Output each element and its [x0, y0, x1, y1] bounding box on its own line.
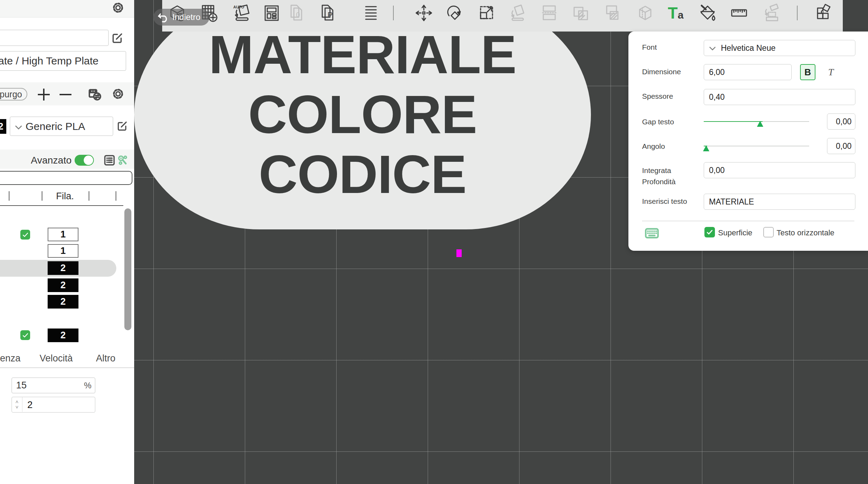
keyboard-icon[interactable]	[645, 228, 659, 240]
font-dropdown[interactable]: Helvetica Neue	[704, 40, 855, 56]
text-gap-value[interactable]: 0,00	[827, 113, 855, 130]
remove-filament-button[interactable]	[60, 89, 71, 101]
table-row[interactable]: 2	[48, 295, 78, 309]
percent-suffix: %	[84, 381, 95, 390]
move-icon[interactable]	[414, 3, 434, 23]
table-header-separator	[9, 191, 9, 201]
table-scrollbar[interactable]	[124, 208, 131, 330]
object-text-line: COLORE	[248, 85, 477, 145]
arrange-icon[interactable]	[262, 3, 281, 23]
table-header-separator	[116, 191, 116, 201]
table-header-separator	[89, 191, 89, 201]
infill-density-field[interactable]: 15 %	[12, 378, 95, 393]
text-tool-icon[interactable]: Ta	[666, 3, 686, 23]
lay-flat-icon	[508, 3, 528, 23]
font-value: Helvetica Neue	[721, 43, 776, 53]
scale-icon[interactable]	[476, 3, 496, 23]
split-plate-icon	[539, 3, 559, 23]
thickness-field[interactable]	[704, 89, 855, 105]
table-row[interactable]: 2	[48, 261, 78, 275]
table-row[interactable]: 1	[48, 228, 78, 241]
table-row[interactable]: 1	[48, 244, 78, 258]
slice-list-icon[interactable]	[361, 3, 381, 23]
stepper-arrows[interactable]: ˄˅	[12, 397, 22, 412]
text-object-plate[interactable]: MATERIALE COLORE CODICE	[134, 0, 591, 229]
seam-paint-icon	[635, 3, 655, 23]
input-text-label: Inserisci testo	[642, 197, 687, 206]
swap-filament-icon[interactable]	[88, 88, 102, 102]
boolean-union-icon	[571, 3, 591, 23]
edit-material-icon[interactable]	[117, 121, 128, 133]
horizontal-text-checkbox[interactable]	[763, 227, 774, 237]
row-checkbox[interactable]	[20, 230, 30, 240]
back-tooltip[interactable]: Indietro	[153, 9, 209, 26]
object-text-line: MATERIALE	[209, 25, 516, 85]
filament-slot-swatch[interactable]: 2	[0, 119, 6, 134]
tab-divider	[0, 367, 134, 368]
purge-button[interactable]: spurgo	[0, 88, 27, 101]
svg-text:P: P	[328, 11, 333, 19]
param-wizard-icon[interactable]	[117, 154, 128, 167]
toolbar-separator	[393, 6, 394, 20]
printer-field[interactable]	[0, 30, 109, 46]
auto-orient-icon[interactable]: AUTO	[232, 3, 252, 23]
text-tool-t: T	[668, 4, 678, 22]
angle-label: Angolo	[642, 142, 665, 151]
add-filament-button[interactable]	[38, 89, 50, 101]
thickness-label: Spessore	[642, 92, 673, 101]
embed-depth-label-1: Integrata	[642, 166, 671, 175]
chevron-down-icon[interactable]: ˅	[15, 405, 19, 410]
text-edit-caret	[456, 249, 462, 257]
chevron-down-icon	[709, 43, 716, 53]
measure-icon[interactable]	[729, 3, 749, 23]
table-row[interactable]: 2	[48, 278, 78, 292]
text-gap-slider-handle[interactable]	[757, 121, 763, 127]
filament-settings-gear-icon[interactable]	[112, 88, 124, 101]
advanced-label: Avanzato	[31, 155, 71, 166]
text-gap-slider[interactable]	[704, 121, 809, 122]
support-paint-icon	[762, 3, 781, 23]
table-header-separator	[42, 191, 42, 201]
advanced-toggle[interactable]	[75, 155, 94, 166]
input-text-field[interactable]	[704, 194, 855, 210]
embed-depth-field[interactable]	[704, 162, 855, 178]
wall-loops-value: 2	[27, 400, 33, 410]
settings-gear-icon[interactable]	[112, 2, 124, 15]
surface-label: Superficie	[718, 228, 752, 237]
italic-button[interactable]: T	[823, 64, 839, 80]
bold-button[interactable]: B	[800, 64, 815, 80]
pages-p-icon[interactable]: P	[317, 3, 337, 23]
wall-loops-stepper[interactable]: ˄˅ 2	[12, 397, 95, 413]
process-preset-box[interactable]	[0, 171, 132, 185]
tab-altro[interactable]: Altro	[96, 353, 116, 364]
size-label: Dimensione	[642, 68, 681, 76]
tab-resistenza[interactable]: enza	[0, 353, 21, 364]
panel-divider	[642, 221, 854, 221]
angle-slider-handle[interactable]	[703, 145, 709, 151]
toolbar-separator	[797, 6, 798, 20]
color-paint-icon[interactable]	[698, 3, 718, 23]
material-dropdown[interactable]: Generic PLA	[10, 117, 113, 136]
angle-slider[interactable]	[704, 146, 809, 146]
param-list-icon[interactable]	[103, 154, 116, 168]
chevron-up-icon[interactable]: ˄	[15, 399, 19, 405]
assembly-puzzle-icon[interactable]	[813, 3, 833, 23]
text-tool-a: a	[678, 9, 684, 21]
row-checkbox[interactable]	[20, 330, 30, 340]
back-tooltip-label: Indietro	[172, 12, 200, 22]
text-tool-panel: Font Helvetica Neue Dimensione B T Spess…	[628, 32, 868, 251]
size-field[interactable]	[704, 64, 792, 80]
angle-value[interactable]: 0,00	[827, 138, 855, 154]
pages-zero-icon: 0	[286, 3, 306, 23]
material-name: Generic PLA	[26, 120, 85, 132]
undo-icon	[158, 12, 170, 22]
surface-checkbox[interactable]	[704, 227, 715, 237]
plate-field[interactable]	[0, 51, 126, 71]
edit-printer-icon[interactable]	[112, 33, 123, 45]
tab-velocita[interactable]: Velocità	[40, 353, 73, 364]
table-row[interactable]: 2	[48, 329, 78, 342]
table-header-fila: Fila.	[56, 191, 74, 202]
rotate-icon[interactable]	[445, 3, 464, 23]
infill-density-value: 15	[16, 380, 27, 391]
horizontal-text-label: Testo orizzontale	[777, 228, 834, 237]
